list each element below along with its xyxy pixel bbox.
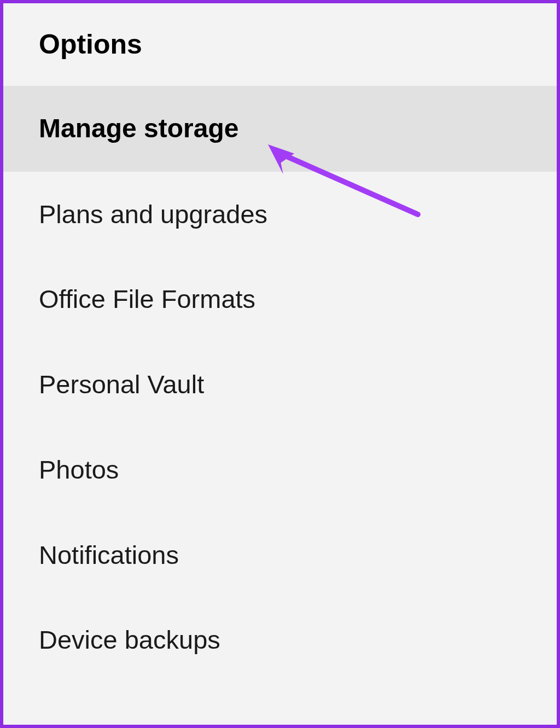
menu-item-photos[interactable]: Photos	[3, 427, 557, 512]
menu-item-office-file-formats[interactable]: Office File Formats	[3, 257, 557, 342]
menu-item-notifications[interactable]: Notifications	[3, 512, 557, 598]
options-header: Options	[3, 3, 557, 86]
options-panel-frame: Options Manage storage Plans and upgrade…	[0, 0, 560, 728]
menu-item-manage-storage[interactable]: Manage storage	[3, 86, 557, 172]
menu-item-plans-and-upgrades[interactable]: Plans and upgrades	[3, 172, 557, 257]
menu-item-personal-vault[interactable]: Personal Vault	[3, 342, 557, 427]
menu-item-device-backups[interactable]: Device backups	[3, 597, 557, 683]
options-menu-list: Options Manage storage Plans and upgrade…	[3, 3, 557, 683]
